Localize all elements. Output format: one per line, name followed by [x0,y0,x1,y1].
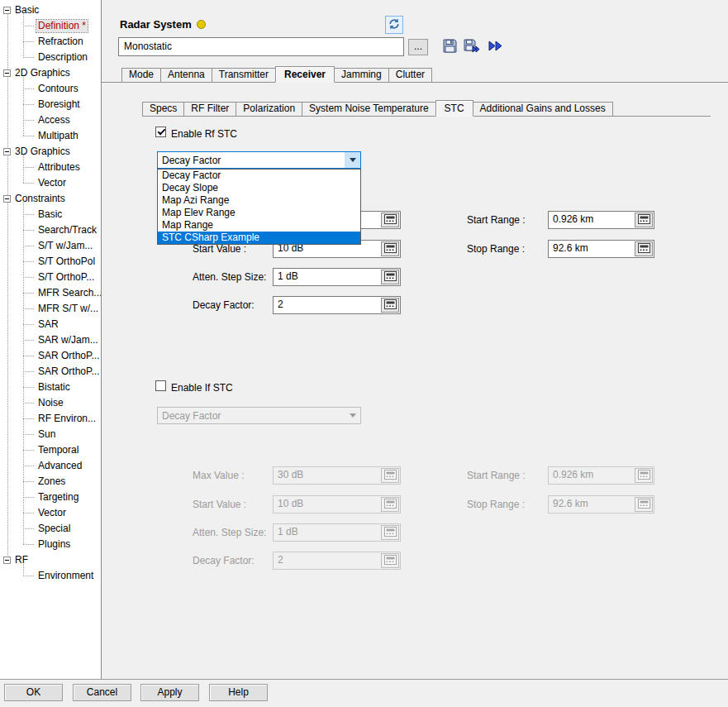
tree-collapse-toggle[interactable] [3,195,11,203]
apply-button[interactable]: Apply [140,684,199,701]
sidebar-item-targeting[interactable]: Targeting [36,491,80,504]
sidebar-item-environment[interactable]: Environment [36,570,95,582]
unit-editor-button[interactable] [635,213,653,227]
save-sync-button[interactable] [462,38,482,56]
tree-collapse-toggle[interactable] [3,148,11,155]
sidebar-item-advanced[interactable]: Advanced [36,460,83,472]
value-field[interactable]: 0.926 km [548,211,654,229]
save-button[interactable] [440,38,459,56]
field-label: Decay Factor: [193,299,255,311]
sidebar-item-multipath[interactable]: Multipath [36,130,80,142]
tree-collapse-toggle[interactable] [3,69,11,77]
dropdown-option-decay-factor[interactable]: Decay Factor [158,170,360,182]
sidebar-item-access[interactable]: Access [36,114,72,127]
sidebar-item-special[interactable]: Special [36,523,72,535]
tab-polarization[interactable]: Polarization [236,102,302,116]
sidebar-item-s-t-orthop[interactable]: S/T OrthoP... [36,271,96,284]
sidebar-group-2d-graphics[interactable]: 2D Graphics [15,67,70,79]
modified-status-dot [197,20,206,29]
tab-clutter[interactable]: Clutter [388,68,432,82]
sidebar-item-mfr-search[interactable]: MFR Search... [36,287,102,299]
sidebar-item-vector[interactable]: Vector [36,177,68,189]
sidebar-item-definition[interactable]: Definition * [36,20,88,32]
value-field[interactable]: 92.6 km [548,240,654,258]
dropdown-option-map-range[interactable]: Map Range [158,219,360,232]
unit-editor-button[interactable] [381,213,399,227]
unit-editor-button[interactable] [381,241,399,256]
tab-receiver[interactable]: Receiver [275,66,335,83]
tab-transmitter[interactable]: Transmitter [212,68,276,82]
value-text[interactable]: 1 dB [274,269,380,285]
tab-specs[interactable]: Specs [142,102,184,116]
field-label: Atten. Step Size: [193,527,266,538]
value-field[interactable]: 2 [273,296,401,314]
combo-arrow-button[interactable] [345,152,360,168]
tab-mode[interactable]: Mode [121,68,161,82]
tab-rf-filter[interactable]: RF Filter [183,102,236,116]
tab-additional-gains-and-losses[interactable]: Additional Gains and Losses [473,102,613,116]
sidebar-item-mfr-s-t-w[interactable]: MFR S/T w/... [36,303,100,315]
sidebar-item-sar-w-jam[interactable]: SAR w/Jam... [36,334,100,346]
sidebar-item-zones[interactable]: Zones [36,475,67,488]
value-text[interactable]: 2 [274,297,380,313]
cancel-button[interactable]: Cancel [73,684,131,701]
tree-item-row: Plugins [0,537,101,552]
sidebar-group-constraints[interactable]: Constraints [15,193,65,205]
value-text[interactable]: 0.926 km [549,212,634,228]
sidebar-group-rf[interactable]: RF [15,554,28,566]
if-stc-type-combo: Decay Factor [157,407,361,424]
sidebar-item-sun[interactable]: Sun [36,428,57,441]
dropdown-option-map-elev-range[interactable]: Map Elev Range [158,207,360,219]
radar-type-field[interactable]: Monostatic [118,37,404,56]
dropdown-option-decay-slope[interactable]: Decay Slope [158,182,360,194]
sidebar-item-temporal[interactable]: Temporal [36,444,80,456]
sidebar-item-contours[interactable]: Contours [36,83,80,95]
sidebar-group-3d-graphics[interactable]: 3D Graphics [15,146,70,158]
sidebar-item-sar[interactable]: SAR [36,318,60,331]
enable-if-stc-checkbox[interactable] [155,380,166,391]
refresh-button[interactable] [385,16,403,34]
sidebar-item-basic[interactable]: Basic [36,208,64,221]
tab-jamming[interactable]: Jamming [334,68,389,82]
sidebar-item-noise[interactable]: Noise [36,397,65,409]
tree-collapse-toggle[interactable] [3,7,11,14]
tree-item-row: Boresight [0,97,101,112]
tab-antenna[interactable]: Antenna [160,68,212,82]
unit-editor-button[interactable] [635,241,653,256]
sidebar-item-plugins[interactable]: Plugins [36,538,72,551]
sidebar-item-s-t-orthopol[interactable]: S/T OrthoPol [36,256,97,268]
sidebar-group-basic[interactable]: Basic [15,4,39,17]
unit-editor-button[interactable] [381,298,399,313]
sidebar-item-vector[interactable]: Vector [36,507,68,519]
unit-editor-button [635,468,653,483]
sidebar-item-description[interactable]: Description [36,51,89,64]
ok-button[interactable]: OK [4,684,63,701]
value-field[interactable]: 1 dB [273,268,401,286]
dropdown-option-map-azi-range[interactable]: Map Azi Range [158,194,360,207]
rf-stc-type-combo[interactable]: Decay Factor [157,151,361,169]
tree-collapse-toggle[interactable] [3,557,11,564]
sidebar-item-s-t-w-jam[interactable]: S/T w/Jam... [36,240,94,252]
sidebar-item-rf-environ[interactable]: RF Environ... [36,413,98,425]
more-options-button[interactable]: ... [408,39,428,55]
unit-editor-button[interactable] [381,270,399,284]
help-button[interactable]: Help [209,684,268,701]
sidebar-item-sar-orthop[interactable]: SAR OrthoP... [36,350,101,362]
sidebar-item-boresight[interactable]: Boresight [36,98,82,111]
sidebar-item-bistatic[interactable]: Bistatic [36,381,72,394]
tab-stc[interactable]: STC [435,100,473,117]
tree-item-row: SAR OrthoP... [0,348,101,364]
tree-item-row: SAR OrthoP... [0,364,101,380]
tab-system-noise-temperature[interactable]: System Noise Temperature [302,102,436,116]
value-text: 30 dB [274,467,380,484]
sidebar-item-sar-orthop[interactable]: SAR OrthoP... [36,365,101,378]
value-text: 92.6 km [549,496,634,513]
dropdown-option-stc-csharp-example[interactable]: STC CSharp Example [158,232,360,244]
value-text[interactable]: 92.6 km [549,241,634,257]
sidebar-item-refraction[interactable]: Refraction [36,36,85,48]
sidebar-item-search-track[interactable]: Search/Track [36,224,98,236]
forward-button[interactable] [486,38,506,56]
enable-rf-stc-checkbox[interactable] [155,127,166,137]
field-label: Start Value : [193,243,246,255]
sidebar-item-attributes[interactable]: Attributes [36,161,82,174]
